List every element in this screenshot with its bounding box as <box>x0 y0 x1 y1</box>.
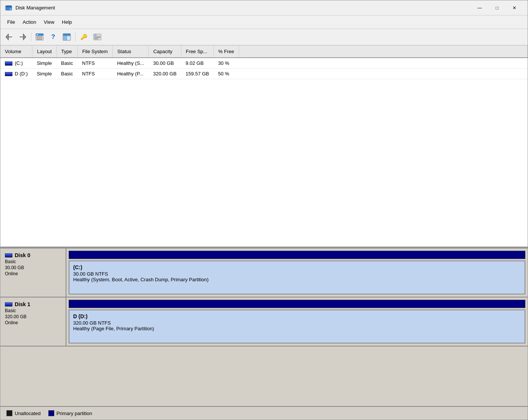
disk-size: 30.00 GB <box>5 265 61 270</box>
cell-layout: Simple <box>32 58 57 69</box>
disk-id: Disk 0 <box>15 252 30 258</box>
drive-icon <box>5 61 12 66</box>
col-layout: Layout <box>32 46 57 58</box>
disk-status: Online <box>5 271 61 276</box>
cell-percentfree: 30 % <box>213 58 239 69</box>
wizard-button[interactable] <box>91 31 104 43</box>
col-type: Type <box>57 46 78 58</box>
cell-filesystem: NTFS <box>78 69 113 79</box>
svg-rect-21 <box>94 38 98 39</box>
table-header-row: Volume Layout Type File System Status Ca… <box>0 46 528 58</box>
table-row[interactable]: D (D:) Simple Basic NTFS Healthy (P... 3… <box>0 69 528 79</box>
disk-size: 320.00 GB <box>5 314 61 319</box>
cell-freespace: 9.02 GB <box>181 58 213 69</box>
col-freespace: Free Sp... <box>181 46 213 58</box>
legend-color-box <box>6 410 12 416</box>
menu-action[interactable]: Action <box>19 18 40 26</box>
help-button[interactable]: ? <box>47 31 60 43</box>
disk-row: Disk 1 Basic 320.00 GB Online D (D:) 320… <box>0 297 528 346</box>
disk-map-panel: Disk 0 Basic 30.00 GB Online (C:) 30.00 … <box>0 248 528 406</box>
col-capacity: Capacity <box>149 46 181 58</box>
toolbar-sep-2 <box>75 32 75 41</box>
volume-table-body: (C:) Simple Basic NTFS Healthy (S... 30.… <box>0 58 528 79</box>
svg-rect-15 <box>63 36 67 40</box>
disk-label: Disk 1 Basic 320.00 GB Online <box>0 297 66 346</box>
disk-type: Basic <box>5 259 61 264</box>
close-button[interactable]: ✕ <box>506 2 523 14</box>
cell-volume: (C:) <box>0 58 32 69</box>
legend-item: Primary partition <box>48 410 92 416</box>
window-controls: — □ ✕ <box>471 2 523 14</box>
disk-partition[interactable]: (C:) 30.00 GB NTFS Healthy (System, Boot… <box>69 261 525 294</box>
partition-status: Healthy (System, Boot, Active, Crash Dum… <box>73 277 521 282</box>
partition-title: D (D:) <box>73 313 521 319</box>
volume-table: Volume Layout Type File System Status Ca… <box>0 46 528 79</box>
svg-rect-19 <box>94 34 97 36</box>
cell-freespace: 159.57 GB <box>181 69 213 79</box>
disk-area: (C:) 30.00 GB NTFS Healthy (System, Boot… <box>66 248 528 297</box>
partition-view-button[interactable] <box>60 31 73 43</box>
col-filesystem: File System <box>78 46 113 58</box>
cell-capacity: 320.00 GB <box>149 69 181 79</box>
svg-rect-12 <box>37 39 42 40</box>
toolbar-sep-1 <box>31 32 31 41</box>
main-content: Volume Layout Type File System Status Ca… <box>0 46 528 420</box>
svg-rect-1 <box>6 6 12 7</box>
disk-label-title: Disk 1 <box>5 301 61 307</box>
cell-type: Basic <box>57 69 78 79</box>
cell-status: Healthy (P... <box>112 69 149 79</box>
disk-id: Disk 1 <box>15 301 30 307</box>
disk-status: Online <box>5 320 61 325</box>
disk-drive-icon <box>5 302 12 307</box>
disk-label-title: Disk 0 <box>5 252 61 258</box>
svg-rect-11 <box>37 37 42 37</box>
legend-item: Unallocated <box>6 410 41 416</box>
disk-label: Disk 0 Basic 30.00 GB Online <box>0 248 66 297</box>
svg-rect-20 <box>94 37 100 38</box>
partition-size: 320.00 GB NTFS <box>73 320 521 326</box>
col-extra <box>239 46 527 58</box>
partition-status: Healthy (Page File, Primary Partition) <box>73 326 521 331</box>
svg-point-2 <box>10 8 11 10</box>
partition-size: 30.00 GB NTFS <box>73 271 521 277</box>
cell-capacity: 30.00 GB <box>149 58 181 69</box>
menu-view[interactable]: View <box>40 18 58 26</box>
title-bar: Disk Management — □ ✕ <box>0 0 528 15</box>
legend-bar: Unallocated Primary partition <box>0 406 528 420</box>
partition-title: (C:) <box>73 264 521 270</box>
window-title: Disk Management <box>15 5 471 11</box>
toolbar: ? 🔑 <box>0 29 528 46</box>
col-status: Status <box>112 46 149 58</box>
cell-volume: D (D:) <box>0 69 32 79</box>
cell-layout: Simple <box>32 69 57 79</box>
back-button[interactable] <box>3 31 15 43</box>
cell-filesystem: NTFS <box>78 58 113 69</box>
cell-type: Basic <box>57 58 78 69</box>
disk-header-bar <box>69 251 525 259</box>
col-volume: Volume <box>0 46 32 58</box>
forward-button[interactable] <box>16 31 29 43</box>
svg-rect-16 <box>67 36 71 40</box>
menu-help[interactable]: Help <box>58 18 76 26</box>
volume-table-panel: Volume Layout Type File System Status Ca… <box>0 46 528 248</box>
disk-row: Disk 0 Basic 30.00 GB Online (C:) 30.00 … <box>0 248 528 297</box>
menu-file[interactable]: File <box>3 18 19 26</box>
app-icon <box>5 4 12 12</box>
disk-drive-icon <box>5 253 12 258</box>
legend-label: Primary partition <box>57 411 92 416</box>
legend-color-box <box>48 410 54 416</box>
svg-rect-14 <box>63 34 71 36</box>
maximize-button[interactable]: □ <box>488 2 506 14</box>
disk-partition[interactable]: D (D:) 320.00 GB NTFS Healthy (Page File… <box>69 310 525 343</box>
disk-header-bar <box>69 300 525 308</box>
menu-bar: File Action View Help <box>0 15 528 29</box>
table-row[interactable]: (C:) Simple Basic NTFS Healthy (S... 30.… <box>0 58 528 69</box>
disk-list-button[interactable] <box>33 31 46 43</box>
minimize-button[interactable]: — <box>471 2 488 14</box>
disk-area: D (D:) 320.00 GB NTFS Healthy (Page File… <box>66 297 528 346</box>
legend-label: Unallocated <box>15 411 41 416</box>
cell-status: Healthy (S... <box>112 58 149 69</box>
drive-icon <box>5 72 12 76</box>
properties-button[interactable]: 🔑 <box>77 31 90 43</box>
cell-percentfree: 50 % <box>213 69 239 79</box>
